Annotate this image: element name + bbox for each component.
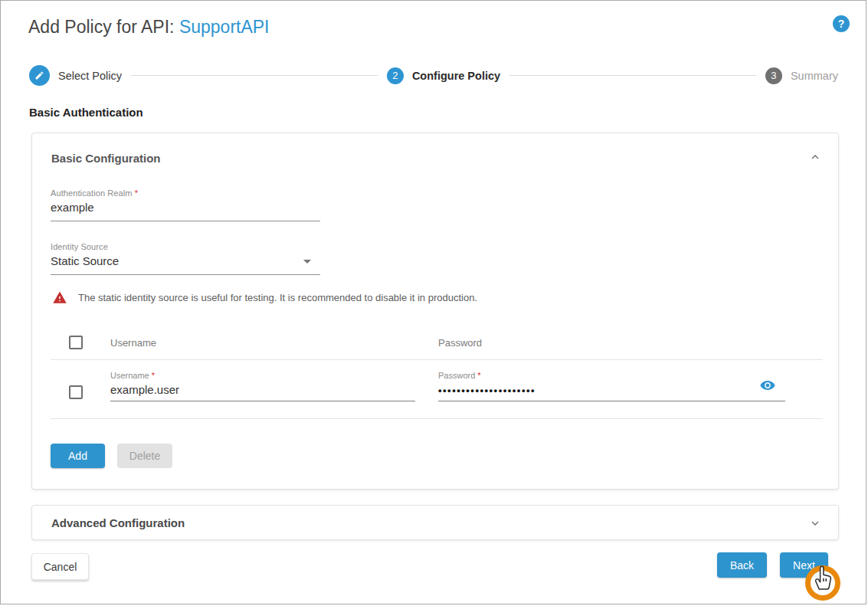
show-password-button[interactable] [759,377,778,395]
advanced-configuration-title: Advanced Configuration [51,516,185,529]
row-checkbox[interactable] [69,385,83,399]
cancel-button[interactable]: Cancel [31,553,89,580]
hand-cursor-icon [811,564,834,595]
row-password-label: Password * [438,371,481,380]
dropdown-arrow-icon[interactable] [303,260,311,264]
identity-source-label: Identity Source [51,242,320,251]
step-configure-policy[interactable]: 2 Configure Policy [387,67,500,84]
row-password-input[interactable]: ••••••••••••••••••••• [438,385,536,396]
api-name: SupportAPI [179,17,270,37]
step-select-policy[interactable]: Select Policy [29,65,122,86]
table-divider [51,359,823,360]
help-button[interactable]: ? [833,15,850,32]
select-all-checkbox[interactable] [69,336,83,349]
identity-source-field-group: Identity Source Static Source [51,242,320,275]
page-title-prefix: Add Policy for API: [28,17,179,37]
basic-configuration-panel: Basic Configuration Authentication Realm… [31,133,839,490]
basic-configuration-title: Basic Configuration [51,152,161,165]
column-header-password: Password [438,337,482,349]
chevron-down-icon [809,517,821,529]
required-asterisk: * [135,188,138,198]
step3-label: Summary [791,70,838,82]
step1-circle [29,65,50,86]
back-button[interactable]: Back [717,552,767,578]
step2-number: 2 [392,70,398,81]
step3-circle: 3 [765,67,782,84]
identity-source-select[interactable]: Static Source [51,254,320,275]
stepper-connector [131,75,378,76]
chevron-up-icon [809,151,821,163]
auth-realm-label: Authentication Realm * [51,188,320,198]
static-source-warning: The static identity source is useful for… [52,290,477,305]
collapse-panel-button[interactable] [806,148,824,166]
advanced-configuration-panel[interactable]: Advanced Configuration [31,505,839,540]
wizard-stepper: Select Policy 2 Configure Policy 3 Summa… [29,65,838,86]
row-username-input[interactable]: example.user [110,383,179,396]
delete-button[interactable]: Delete [117,444,172,468]
required-asterisk: * [152,371,155,380]
password-input-underline [438,401,785,401]
policy-type-title: Basic Authentication [29,106,143,119]
add-policy-wizard: Add Policy for API: SupportAPI ? Select … [0,0,866,604]
auth-realm-input[interactable]: example [51,201,320,221]
step1-label: Select Policy [58,70,122,82]
step3-number: 3 [771,70,776,81]
step2-label: Configure Policy [412,70,500,82]
row-username-label: Username * [110,371,155,380]
required-asterisk: * [477,371,480,380]
page-title: Add Policy for API: SupportAPI [28,17,270,38]
table-divider [51,418,823,419]
username-input-underline [110,401,415,401]
column-header-username: Username [110,337,156,349]
help-icon: ? [838,18,845,30]
stepper-connector [509,75,756,76]
step-summary[interactable]: 3 Summary [765,67,838,84]
auth-realm-field-group: Authentication Realm * example [51,188,320,221]
eye-icon [759,377,776,394]
expand-panel-button[interactable] [806,514,824,532]
warning-text: The static identity source is useful for… [78,292,477,303]
add-button[interactable]: Add [51,444,105,468]
step2-circle: 2 [387,67,404,84]
warning-icon [52,290,67,305]
pencil-icon [34,70,44,80]
